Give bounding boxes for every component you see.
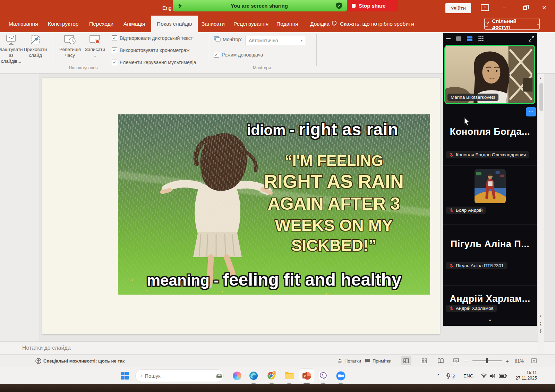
- rehearse-timings-button[interactable]: Репетиціячасу: [58, 34, 83, 59]
- copilot-app-icon[interactable]: [232, 371, 242, 381]
- view-sorter-button[interactable]: [419, 356, 429, 365]
- tab-help[interactable]: Довідка: [309, 16, 331, 32]
- tab-review[interactable]: Рецензування: [232, 16, 270, 32]
- muted-mic-icon: [449, 208, 454, 212]
- tile-divider: [443, 224, 537, 225]
- hide-slide-button[interactable]: Приховатислайд: [22, 34, 49, 59]
- gallery-view-icon[interactable]: [478, 36, 484, 42]
- close-button[interactable]: ✕: [538, 3, 550, 12]
- more-options-button[interactable]: •••: [526, 107, 536, 116]
- volume-indicator[interactable]: [490, 367, 496, 384]
- start-button[interactable]: [120, 371, 130, 381]
- file-explorer-app-icon[interactable]: [284, 371, 294, 381]
- tray-mic-indicator[interactable]: [446, 367, 456, 384]
- security-shield-icon[interactable]: [336, 2, 342, 9]
- slide[interactable]: idiom - right as rain “I'M FEELING RIGHT…: [42, 78, 440, 334]
- checkbox-presenter-mode[interactable]: ✓ Режим доповідача: [214, 52, 263, 58]
- powerpoint-logo: P: [302, 371, 311, 381]
- language-indicator[interactable]: ENG: [463, 367, 473, 384]
- speaker-view-icon[interactable]: [456, 36, 461, 41]
- notes-toggle[interactable]: Нотатки: [337, 355, 361, 367]
- powerpoint-app-icon[interactable]: P: [302, 371, 311, 381]
- ribbon-separator: [316, 34, 317, 66]
- zoom-in-button[interactable]: +: [506, 355, 509, 367]
- search-highlight-image[interactable]: [216, 371, 222, 381]
- scroll-up-button[interactable]: ▲: [538, 75, 543, 81]
- view-normal-button[interactable]: [401, 356, 411, 365]
- notes-bar[interactable]: Нотатки до слайда ▾: [0, 341, 555, 354]
- tab-animations[interactable]: Анімація: [122, 16, 146, 32]
- app-open-indicator: [251, 383, 256, 384]
- folder-icon: [285, 372, 294, 380]
- taskbar-search[interactable]: [135, 369, 224, 382]
- setup-slideshow-button[interactable]: лаштуватиаз слайдів...: [1, 34, 22, 64]
- fit-to-window-button[interactable]: [529, 356, 539, 365]
- app-open-indicator: [339, 383, 343, 384]
- thumbnail-pane[interactable]: [0, 73, 40, 341]
- view-slideshow-button[interactable]: [451, 356, 461, 365]
- presenter-video-tile[interactable]: Marina Bilotserkovets: [444, 45, 535, 104]
- notes-placeholder[interactable]: Нотатки до слайда: [22, 345, 71, 351]
- edge-logo: [249, 371, 258, 380]
- tab-drawing[interactable]: Малювання: [7, 16, 40, 32]
- vertical-scrollbar[interactable]: [538, 73, 544, 354]
- tray-clock[interactable]: 15:11 27.11.2025: [509, 370, 537, 381]
- wifi-icon: [481, 373, 487, 378]
- scroll-down-button[interactable]: ▼: [538, 313, 543, 319]
- zoom-minimize-icon[interactable]: [446, 38, 451, 39]
- monitor-icon: [214, 36, 221, 42]
- comments-toggle[interactable]: Примітки: [365, 355, 392, 367]
- panel-scroll-chevron[interactable]: ⌄: [443, 315, 537, 323]
- monitor-dropdown[interactable]: Автоматично ▾: [246, 36, 305, 45]
- zoom-percentage[interactable]: 81%: [515, 355, 524, 367]
- next-slide-button[interactable]: ▼▼: [538, 328, 543, 334]
- stop-share-button[interactable]: Stop share: [348, 0, 398, 11]
- chrome-app-icon[interactable]: [267, 371, 276, 381]
- windows-logo-icon: [121, 372, 129, 380]
- microphone-icon: [446, 373, 451, 379]
- tab-view[interactable]: Подання: [275, 16, 300, 32]
- checkbox-use-timings[interactable]: ✓ Використовувати хронометраж: [112, 47, 189, 53]
- search-input[interactable]: [145, 373, 214, 379]
- tray-chevron[interactable]: ⌃: [436, 367, 440, 384]
- share-access-chevron: ⌄: [537, 22, 539, 26]
- sign-in-button[interactable]: Увійти: [445, 3, 471, 13]
- restore-button[interactable]: [519, 3, 531, 12]
- tab-transitions[interactable]: Переходи: [88, 16, 115, 32]
- view-reading-button[interactable]: [435, 356, 446, 365]
- record-button[interactable]: Записати ⌄: [84, 34, 106, 58]
- minimize-button[interactable]: –: [499, 3, 511, 12]
- search-icon: [140, 373, 142, 378]
- scrollbar-thumb[interactable]: [539, 83, 543, 111]
- zoom-app-icon[interactable]: [336, 371, 345, 381]
- tell-me-box[interactable]: Скажіть, що потрібно зробити: [332, 16, 414, 32]
- rehearse-timings-icon: [64, 34, 76, 46]
- expand-panel-icon[interactable]: [529, 36, 534, 42]
- participant-name-tag: Андрій Харламов: [446, 305, 497, 312]
- checkbox-media-controls[interactable]: ✓ Елементи керування мультимедіа: [112, 60, 196, 65]
- checkbox-play-narrations[interactable]: ✓ Відтворювати дикторський текст: [112, 35, 193, 41]
- zoom-slider-thumb[interactable]: [486, 358, 488, 363]
- previous-slide-button[interactable]: ▲▲: [538, 321, 543, 327]
- tile-divider: [443, 165, 537, 166]
- slide-quote: “I'M FEELING RIGHT AS RAIN AGAIN AFTER 3…: [239, 151, 428, 255]
- tab-slideshow-active[interactable]: Показ слайдів: [151, 16, 198, 32]
- edge-app-icon[interactable]: [249, 371, 258, 381]
- accessibility-status[interactable]: Спеціальні можливості: щось не так: [35, 355, 125, 367]
- tab-design[interactable]: Конструктор: [46, 16, 80, 32]
- viber-app-icon[interactable]: [318, 371, 328, 381]
- battery-indicator[interactable]: [499, 367, 507, 384]
- copilot-logo: [233, 372, 241, 380]
- ribbon-tabbar: Малювання Конструктор Переходи Анімація …: [0, 16, 555, 32]
- ribbon-display-options-icon[interactable]: ⌃: [481, 4, 489, 11]
- active-view-icon[interactable]: [467, 36, 472, 41]
- wifi-indicator[interactable]: [481, 367, 487, 384]
- quote-line: “I'M FEELING: [239, 151, 428, 170]
- avatar-photo: [475, 168, 506, 204]
- share-access-button[interactable]: Спільний доступ ⌄: [484, 18, 540, 30]
- tab-record[interactable]: Записати: [200, 16, 226, 32]
- ribbon-separator: [209, 34, 209, 66]
- checkbox-icon: ✓: [112, 47, 117, 53]
- zoom-out-button[interactable]: –: [465, 355, 468, 367]
- tile-divider: [443, 285, 537, 286]
